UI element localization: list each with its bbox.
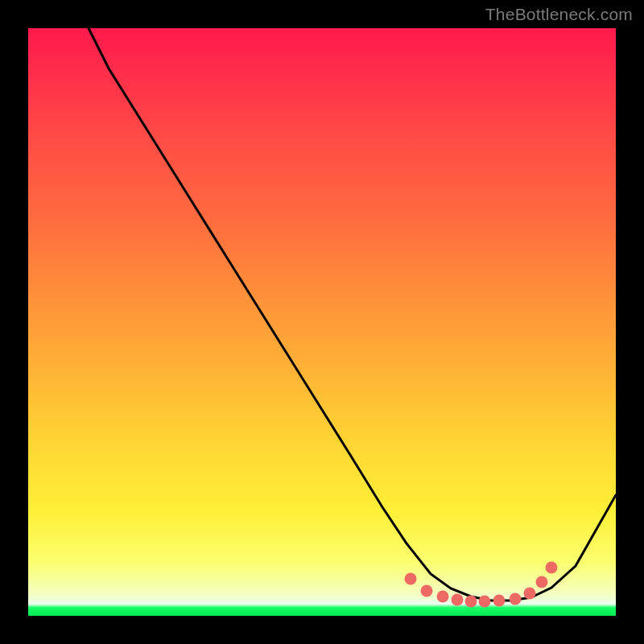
marker-dot xyxy=(493,595,506,607)
marker-dot xyxy=(421,585,433,597)
marker-dot xyxy=(479,596,491,608)
plot-area xyxy=(28,28,616,616)
chart-frame: TheBottleneck.com xyxy=(0,0,644,644)
marker-dot xyxy=(546,562,558,574)
marker-dot xyxy=(465,596,477,608)
watermark: TheBottleneck.com xyxy=(485,5,633,24)
marker-dot xyxy=(405,573,417,585)
marker-dot xyxy=(536,576,548,588)
marker-dot xyxy=(452,594,464,606)
marker-dot xyxy=(437,591,449,603)
marker-dot xyxy=(524,588,536,600)
bottleneck-curve xyxy=(89,28,616,601)
curve-layer xyxy=(28,28,616,616)
marker-dot xyxy=(510,593,522,605)
